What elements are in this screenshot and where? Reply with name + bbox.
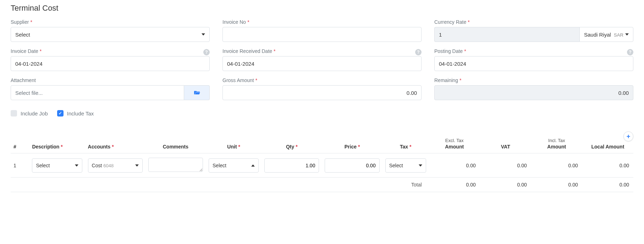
cell-comments xyxy=(145,153,206,178)
required-asterisk: * xyxy=(274,48,275,54)
field-invoice-received-date: Invoice Received Date* ? xyxy=(222,48,422,71)
currency-select[interactable]: Saudi Riyal SAR xyxy=(579,27,633,42)
field-currency-rate: Currency Rate* Saudi Riyal SAR xyxy=(434,19,633,42)
cell-description: Select xyxy=(29,153,85,178)
cell-num: 1 xyxy=(11,153,29,178)
add-row-button[interactable]: + xyxy=(623,131,633,141)
th-qty: Qty * xyxy=(262,134,322,153)
gross-amount-control xyxy=(222,85,422,100)
label-remaining: Remaining* xyxy=(434,77,633,83)
include-tax-checkbox[interactable]: ✓ Include Tax xyxy=(57,110,94,116)
required-asterisk: * xyxy=(459,77,461,83)
label-invoice-received-date: Invoice Received Date* xyxy=(222,48,276,54)
attachment-browse-button[interactable] xyxy=(184,85,210,100)
items-table: # Description * Accounts * Comments Unit… xyxy=(11,134,633,192)
th-qty-text: Qty xyxy=(286,144,294,150)
include-job-checkbox[interactable]: Include Job xyxy=(11,110,48,116)
form-grid: Supplier* Select Invoice No* Currency Ra… xyxy=(11,19,633,100)
chevron-down-icon xyxy=(135,164,139,167)
th-tax: Tax * xyxy=(382,134,429,153)
chevron-down-icon xyxy=(419,164,422,167)
field-gross-amount: Gross Amount* xyxy=(222,77,422,100)
label-invoice-no: Invoice No* xyxy=(222,19,422,25)
label-attachment: Attachment xyxy=(11,77,210,83)
unit-select-value: Select xyxy=(213,163,226,168)
accounts-select[interactable]: Cost 6048 xyxy=(88,158,143,173)
supplier-select-value: Select xyxy=(15,32,30,38)
cell-accounts: Cost 6048 xyxy=(85,153,145,178)
remaining-control xyxy=(434,85,633,100)
required-asterisk: * xyxy=(40,48,42,54)
label-attachment-text: Attachment xyxy=(11,77,36,83)
price-input[interactable] xyxy=(325,158,379,173)
supplier-select[interactable]: Select xyxy=(11,27,210,42)
required-asterisk: * xyxy=(468,19,469,25)
checkbox-checked-icon: ✓ xyxy=(57,110,64,116)
label-gross-amount-text: Gross Amount xyxy=(222,77,254,83)
currency-select-label: Saudi Riyal SAR xyxy=(584,32,623,38)
currency-rate-input[interactable] xyxy=(439,32,575,38)
label-invoice-received-date-text: Invoice Received Date xyxy=(222,48,272,54)
cell-qty xyxy=(262,153,322,178)
comments-input[interactable] xyxy=(148,158,203,172)
attachment-text[interactable]: Select file... xyxy=(11,85,184,100)
th-comments: Comments xyxy=(145,134,206,153)
cell-local-amount: 0.00 xyxy=(582,153,633,178)
th-num: # xyxy=(11,134,29,153)
tax-select[interactable]: Select xyxy=(385,158,426,173)
label-remaining-text: Remaining xyxy=(434,77,458,83)
folder-open-icon xyxy=(193,90,200,96)
help-icon[interactable]: ? xyxy=(415,49,422,55)
accounts-code: 6048 xyxy=(103,163,114,168)
accounts-label: Cost xyxy=(92,163,102,168)
required-asterisk: * xyxy=(409,144,411,150)
total-row: Total 0.00 0.00 0.00 0.00 xyxy=(11,178,633,192)
label-currency-rate: Currency Rate* xyxy=(434,19,633,25)
label-supplier: Supplier* xyxy=(11,19,210,25)
th-description: Description * xyxy=(29,134,85,153)
th-vat: VAT xyxy=(480,134,531,153)
total-local-amount: 0.00 xyxy=(582,178,633,192)
invoice-received-date-input[interactable] xyxy=(227,61,417,67)
description-select-value: Select xyxy=(36,163,50,168)
required-asterisk: * xyxy=(30,19,32,25)
field-invoice-no: Invoice No* xyxy=(222,19,422,42)
currency-rate-control xyxy=(434,27,579,42)
th-price-text: Price xyxy=(345,144,357,150)
label-posting-date-text: Posting Date xyxy=(434,48,463,54)
th-description-text: Description xyxy=(32,144,59,150)
field-posting-date: Posting Date* ? xyxy=(434,48,633,71)
help-icon[interactable]: ? xyxy=(627,49,633,55)
label-gross-amount: Gross Amount* xyxy=(222,77,422,83)
include-tax-label: Include Tax xyxy=(67,110,94,116)
qty-input[interactable] xyxy=(264,158,319,173)
required-asterisk: * xyxy=(61,144,62,150)
required-asterisk: * xyxy=(358,144,360,150)
posting-date-input[interactable] xyxy=(439,61,629,67)
th-excl-amount-text: Amount xyxy=(445,144,464,150)
include-job-label: Include Job xyxy=(21,110,48,116)
required-asterisk: * xyxy=(255,77,257,83)
th-unit-text: Unit xyxy=(227,144,237,150)
label-invoice-no-text: Invoice No xyxy=(222,19,246,25)
required-asterisk: * xyxy=(464,48,466,54)
total-label: Total xyxy=(11,178,429,192)
field-supplier: Supplier* Select xyxy=(11,19,210,42)
th-excl-amount: Excl. TaxAmount xyxy=(429,134,480,153)
chevron-down-icon xyxy=(202,33,205,36)
unit-select[interactable]: Select xyxy=(209,158,259,173)
label-supplier-text: Supplier xyxy=(11,19,29,25)
description-select[interactable]: Select xyxy=(32,158,82,173)
attachment-placeholder: Select file... xyxy=(15,90,43,96)
invoice-no-input[interactable] xyxy=(227,32,417,38)
table-row: 1 Select Cost 6048 xyxy=(11,153,633,178)
invoice-date-input[interactable] xyxy=(15,61,205,67)
th-accounts: Accounts * xyxy=(85,134,145,153)
gross-amount-input[interactable] xyxy=(227,90,417,96)
required-asterisk: * xyxy=(247,19,249,25)
th-incl-amount-text: Amount xyxy=(547,144,566,150)
help-icon[interactable]: ? xyxy=(203,49,210,55)
required-asterisk: * xyxy=(296,144,297,150)
chevron-up-icon xyxy=(251,164,255,167)
remaining-input xyxy=(439,90,629,96)
